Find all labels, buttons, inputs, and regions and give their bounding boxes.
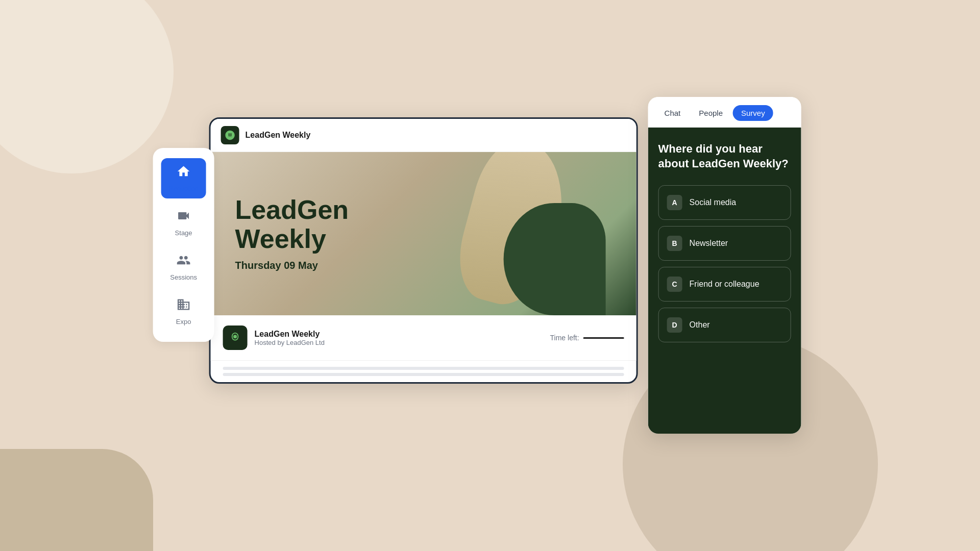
tab-chat[interactable]: Chat (656, 105, 689, 121)
survey-panel: Chat People Survey Where did you hear ab… (648, 97, 801, 434)
option-d-text: Other (690, 320, 710, 330)
organizer-logo (223, 325, 248, 350)
bg-decoration-bottom-left (0, 449, 153, 551)
expo-icon (177, 297, 191, 315)
event-title: LeadGen Weekly (246, 131, 311, 140)
survey-options: A Social media B Newsletter C Frien (658, 185, 791, 342)
tab-people[interactable]: People (691, 105, 731, 121)
survey-content: Where did you hear about LeadGen Weekly?… (648, 128, 801, 434)
progress-section (211, 361, 636, 382)
organizer-name: LeadGen Weekly (255, 330, 325, 339)
sidebar-item-expo[interactable]: Expo (161, 291, 206, 332)
event-logo (221, 126, 239, 144)
reception-label: Reception (168, 185, 199, 192)
hero-content: LeadGen Weekly Thursday 09 May (235, 195, 349, 271)
survey-option-d[interactable]: D Other (658, 308, 791, 342)
survey-option-b[interactable]: B Newsletter (658, 226, 791, 261)
option-b-text: Newsletter (690, 239, 728, 248)
survey-option-a[interactable]: A Social media (658, 185, 791, 220)
time-section: Time left: (550, 334, 624, 342)
organizer-info: LeadGen Weekly Hosted by LeadGen Ltd (255, 330, 325, 346)
event-hero: LeadGen Weekly Thursday 09 May (211, 152, 636, 315)
stage-label: Stage (175, 229, 192, 237)
sidebar-item-reception[interactable]: Reception (161, 158, 206, 198)
svg-point-0 (233, 335, 237, 338)
option-c-letter: C (667, 277, 682, 292)
sidebar-item-sessions[interactable]: Sessions (161, 247, 206, 287)
sidebar: Reception Stage Sessions (153, 148, 214, 342)
home-icon (177, 164, 191, 182)
bg-decoration-top-left (0, 0, 174, 173)
expo-label: Expo (176, 318, 191, 325)
option-a-text: Social media (690, 198, 737, 207)
option-d-letter: D (667, 317, 682, 333)
hero-title: LeadGen Weekly (235, 195, 349, 254)
leaf-decoration-2 (504, 203, 606, 315)
main-container: Reception Stage Sessions (153, 117, 801, 434)
tab-survey[interactable]: Survey (733, 105, 773, 121)
event-info-bar: LeadGen Weekly Hosted by LeadGen Ltd Tim… (211, 315, 636, 361)
sidebar-item-stage[interactable]: Stage (161, 203, 206, 243)
option-a-letter: A (667, 195, 682, 210)
event-window: LeadGen Weekly LeadGen Weekly Thursday 0… (209, 117, 638, 384)
organizer-host: Hosted by LeadGen Ltd (255, 339, 325, 346)
survey-tabs: Chat People Survey (648, 97, 801, 128)
event-organizer: LeadGen Weekly Hosted by LeadGen Ltd (223, 325, 325, 350)
option-c-text: Friend or colleague (690, 280, 760, 289)
survey-question: Where did you hear about LeadGen Weekly? (658, 142, 791, 171)
hero-date: Thursday 09 May (235, 260, 349, 272)
time-bar (583, 337, 624, 339)
sessions-label: Sessions (170, 273, 197, 281)
sessions-icon (177, 253, 191, 270)
survey-option-c[interactable]: C Friend or colleague (658, 267, 791, 302)
progress-bar-1 (223, 367, 624, 370)
event-header: LeadGen Weekly (211, 119, 636, 152)
stage-icon (177, 209, 191, 226)
option-b-letter: B (667, 236, 682, 251)
time-label: Time left: (550, 334, 579, 342)
progress-bar-2 (223, 373, 624, 376)
